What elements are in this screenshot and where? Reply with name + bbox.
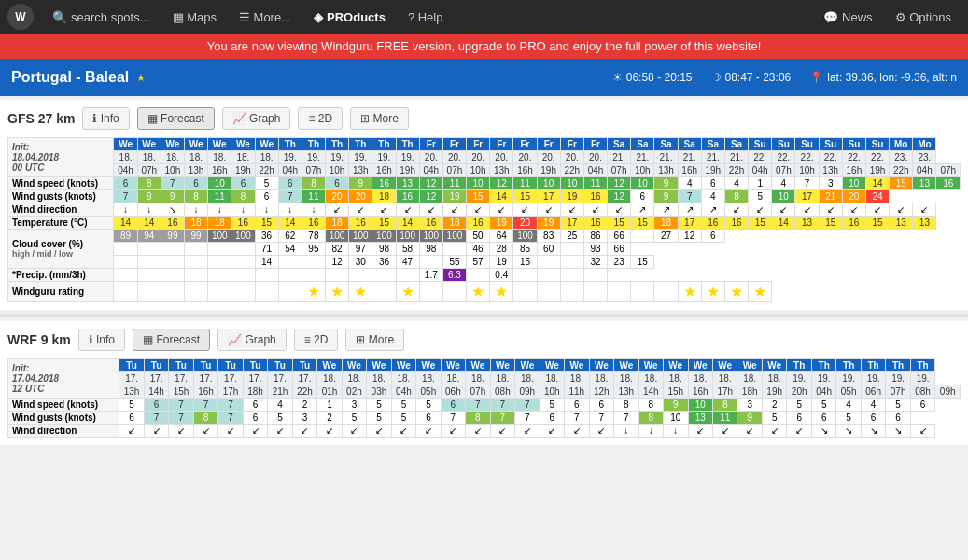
wind-gusts-cell: 11 [302,190,325,203]
wrf-ws-cell: 4 [836,399,861,412]
time-cell: 04h [749,164,772,177]
wind-dir-row: Wind direction ↓ ↓ ↘ ↓ ↓ ↓ ↓ ↓ ↓ ↙ ↙ ↙ ↙… [8,203,961,217]
gfs-forecast-table: Init: 18.04.2018 00 UTC We We We We We W… [7,137,961,302]
nav-products[interactable]: ◈ PROducts [304,7,395,28]
temp-cell: 15 [372,217,396,230]
cloud-cell: 100 [442,230,466,243]
cloud-cell3: 12 [326,256,349,269]
cloud-cell2 [442,243,466,256]
wrf-ws-cell: 6 [144,399,168,412]
time-cell: 04h [583,164,607,177]
tab-more-gfs[interactable]: ⊞ More [350,107,409,130]
time-cell: 16h [842,164,865,177]
nav-options[interactable]: ⚙ Options [886,7,961,28]
temp-cell: 16 [467,217,490,230]
tab-forecast-wrf[interactable]: ▦ Forecast [133,329,210,351]
tab-graph-gfs[interactable]: 📈 Graph [222,107,291,130]
wind-dir-cell: ↙ [795,203,819,217]
wind-speed-cell: 4 [772,177,795,190]
wrf-date: 19. [811,372,835,385]
temp-row: Temperature (°C) 14 14 16 18 18 16 15 14… [8,217,961,230]
wind-dir-cell: ↗ [678,203,701,217]
wrf-date: 18. [565,372,589,385]
wrf-day: Tu [243,359,267,372]
temp-cell: 18 [442,217,466,230]
time-cell: 10h [795,164,819,177]
wrf-day: We [737,359,762,372]
wrf-wg-cell: 7 [589,412,613,425]
wind-gusts-label: Wind gusts (knots) [8,190,114,203]
wrf-ws-cell: 10 [688,399,712,412]
tab-graph-wrf[interactable]: 📈 Graph [217,329,287,351]
wrf-ws-cell: 7 [193,399,217,412]
temp-cell: 18 [654,217,678,230]
nav-help[interactable]: ? Help [399,7,453,28]
wind-gusts-cell: 20 [842,190,865,203]
time-cell: 19h [537,164,560,177]
day-header: Fr [442,138,466,151]
cloud-cell2: 66 [608,243,631,256]
wind-speed-cell: 16 [936,177,961,190]
tab-2d-wrf[interactable]: ≡ 2D [294,329,339,351]
wrf-wg-cell: 8 [193,412,217,425]
day-header: We [114,138,137,151]
precip-cell [278,269,302,282]
wrf-wd-cell: ↙ [737,425,762,438]
cloud-row1: Cloud cover (%) high / mid / low 89 94 9… [8,230,961,243]
wrf-wd-cell: ↙ [416,425,441,438]
tab-2d-gfs[interactable]: ≡ 2D [298,107,343,130]
search-bar[interactable]: 🔍 search spots... [43,7,160,28]
time-cell: 07h [772,164,795,177]
wind-gusts-cell: 4 [701,190,724,203]
nav-news[interactable]: 💬 News [814,7,881,28]
cloud-cell2 [208,243,231,256]
wrf-time: 03h [367,385,391,399]
wrf-wd-cell: ↙ [515,425,540,438]
wind-gusts-cell: 16 [396,190,419,203]
wind-gusts-cell: 10 [772,190,795,203]
wrf-date: 17. [119,372,144,385]
cloud-cell3 [419,256,442,269]
wrf-wg-cell: 5 [836,412,861,425]
tab-forecast-gfs[interactable]: ▦ Forecast [137,107,215,130]
tab-info-gfs[interactable]: ℹ Info [82,107,129,130]
wrf-date: 19. [836,372,861,385]
cloud-cell2 [231,243,255,256]
wrf-ws-cell: 5 [540,399,564,412]
tab-info-wrf[interactable]: ℹ Info [78,329,125,351]
wrf-day: We [589,359,613,372]
wind-speed-cell: 8 [302,177,325,190]
time-cell: 19h [701,164,724,177]
cloud-cell2: 54 [278,243,302,256]
time-cell: 07h [608,164,631,177]
wrf-ws-cell: 5 [787,399,811,412]
cloud-cell3: 57 [467,256,490,269]
wind-dir-cell: ↙ [513,203,537,217]
wind-dir-cell: ↓ [302,203,325,217]
cloud-cell: 100 [513,230,537,243]
wind-gusts-cell: 19 [442,190,466,203]
temp-cell: 19 [537,217,560,230]
wrf-wd-cell: ↙ [910,425,934,438]
tab-more-wrf[interactable]: ⊞ More [345,329,404,351]
wind-gusts-cell: 17 [537,190,560,203]
date-row: 18. 18. 18. 18. 18. 18. 18. 19. 19. 19. … [8,151,961,164]
day-header: Fr [513,138,537,151]
rating-cell [137,282,161,302]
wind-dir-cell: ↓ [208,203,231,217]
wrf-wd-cell: ↓ [664,425,688,438]
precip-cell [326,269,349,282]
nav-more[interactable]: ☰ More... [230,7,301,28]
wind-dir-cell: ↙ [372,203,396,217]
day-header: Su [795,138,819,151]
wrf-date: 17. [169,372,193,385]
wrf-date: 18. [317,372,342,385]
time-cell: 22h [724,164,748,177]
nav-maps[interactable]: ▦ Maps [163,7,226,28]
temp-cell: 15 [255,217,278,230]
day-header: We [184,138,207,151]
wrf-wg-cell: 5 [268,412,292,425]
favorite-star[interactable]: ★ [136,72,146,84]
wrf-wg-cell: 5 [367,412,391,425]
time-cell: 04h [419,164,442,177]
